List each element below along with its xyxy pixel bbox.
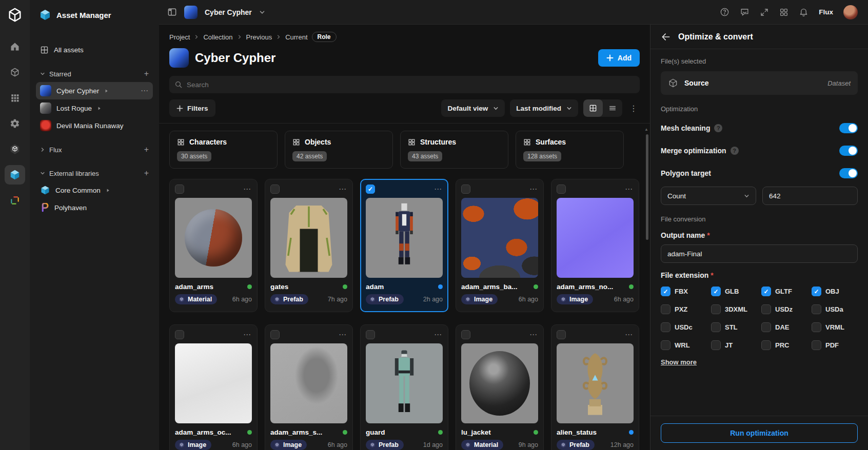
asset-card-adam-arms-normal[interactable]: ⋯ adam_arms_no... Image 6h ag <box>551 179 639 312</box>
scrollbar-up-arrow[interactable]: ▲ <box>644 127 648 132</box>
scrollbar-thumb[interactable] <box>646 134 648 240</box>
polygon-count-input[interactable] <box>762 187 858 205</box>
sort-select[interactable]: Last modified <box>510 99 578 117</box>
breadcrumb-item[interactable]: Current <box>285 33 307 41</box>
asset-menu-icon[interactable]: ⋯ <box>339 187 347 192</box>
asset-checkbox[interactable] <box>461 185 470 194</box>
extension-option-gltf[interactable]: GLTF <box>761 287 807 296</box>
category-card-structures[interactable]: Structures 43 assets <box>400 131 508 169</box>
sidebar-toggle-icon[interactable] <box>167 7 177 17</box>
run-optimization-button[interactable]: Run optimization <box>661 423 858 443</box>
workspace-chevron-down-icon[interactable] <box>259 9 265 15</box>
asset-card-gates[interactable]: ⋯ gates Prefab <box>265 179 353 312</box>
asset-checkbox[interactable] <box>175 185 184 194</box>
source-card[interactable]: Source Dataset <box>661 71 858 95</box>
asset-menu-icon[interactable]: ⋯ <box>434 187 443 192</box>
breadcrumb-item[interactable]: Previous <box>246 33 272 41</box>
list-view-button[interactable] <box>603 99 622 117</box>
asset-checkbox[interactable] <box>270 330 280 339</box>
extension-option-wrl[interactable]: WRL <box>661 340 707 350</box>
add-flux-icon[interactable]: + <box>144 146 149 154</box>
merge-optimization-toggle[interactable] <box>839 146 858 156</box>
asset-checkbox[interactable] <box>557 330 566 339</box>
asset-menu-icon[interactable]: ⋯ <box>625 187 634 192</box>
asset-checkbox[interactable] <box>366 330 375 339</box>
sidebar-section-external-libraries[interactable]: External libraries + <box>36 165 153 181</box>
asset-menu-icon[interactable]: ⋯ <box>339 332 347 337</box>
settings-gear-icon[interactable] <box>5 114 25 133</box>
extension-option-obj[interactable]: OBJ <box>812 287 858 296</box>
home-icon[interactable] <box>5 37 25 56</box>
extension-option-3dxml[interactable]: 3DXML <box>711 304 757 314</box>
sidebar-item-core-common[interactable]: Core Common <box>36 181 153 199</box>
extension-option-glb[interactable]: GLB <box>711 287 757 296</box>
help-circle-icon[interactable]: ? <box>714 124 722 132</box>
asset-card-adam[interactable]: ⋯ adam Prefab <box>360 179 448 312</box>
fullscreen-icon[interactable] <box>760 8 769 17</box>
extension-option-prc[interactable]: PRC <box>761 340 807 350</box>
assets-cube-icon[interactable] <box>5 63 25 82</box>
search-input[interactable] <box>187 81 635 89</box>
mesh-cleaning-toggle[interactable] <box>839 123 858 133</box>
user-avatar[interactable] <box>843 5 858 19</box>
help-icon[interactable] <box>720 7 729 17</box>
asset-menu-icon[interactable]: ⋯ <box>243 332 252 337</box>
asset-menu-icon[interactable]: ⋯ <box>625 332 634 337</box>
asset-checkbox[interactable] <box>270 185 280 194</box>
asset-card-adam-arms-basecolor[interactable]: ⋯ adam_arms_ba... Image 6h ag <box>456 179 544 312</box>
asset-menu-icon[interactable]: ⋯ <box>243 187 252 192</box>
asset-checkbox[interactable] <box>366 185 375 194</box>
unity-logo[interactable] <box>0 0 30 30</box>
asset-card-adam-arms-smoothness[interactable]: ⋯ adam_arms_s... Image 6h ago <box>265 324 353 450</box>
asset-checkbox[interactable] <box>461 330 470 339</box>
extension-option-vrml[interactable]: VRML <box>812 322 858 332</box>
sidebar-section-starred[interactable]: Starred + <box>36 66 153 82</box>
filters-button[interactable]: Filters <box>169 99 215 117</box>
add-starred-icon[interactable]: + <box>144 70 149 78</box>
chevron-right-icon[interactable] <box>97 106 102 111</box>
asset-manager-icon[interactable] <box>5 165 25 185</box>
extension-option-usdz[interactable]: USDz <box>761 304 807 314</box>
asset-menu-icon[interactable]: ⋯ <box>529 187 538 192</box>
polygon-target-toggle[interactable] <box>839 168 858 178</box>
chevron-right-icon[interactable] <box>106 188 110 193</box>
asset-card-alien-status[interactable]: ⋯ alien_status Prefab <box>551 324 639 450</box>
sidebar-item-lost-rogue[interactable]: Lost Rogue <box>36 99 153 117</box>
show-more-link[interactable]: Show more <box>661 358 697 366</box>
extension-option-jt[interactable]: JT <box>711 340 757 350</box>
category-card-surfaces[interactable]: Surfaces 128 assets <box>516 131 624 169</box>
sidebar-section-flux[interactable]: Flux + <box>36 141 153 158</box>
feedback-icon[interactable] <box>740 7 749 17</box>
category-card-objects[interactable]: Objects 42 assets <box>285 131 393 169</box>
breadcrumb-item[interactable]: Project <box>169 33 190 41</box>
apps-grid-icon[interactable] <box>5 88 25 108</box>
add-button[interactable]: Add <box>598 49 640 67</box>
item-menu-icon[interactable]: ⋯ <box>141 86 149 95</box>
extension-option-pdf[interactable]: PDF <box>812 340 858 350</box>
output-name-input[interactable] <box>661 244 858 263</box>
asset-menu-icon[interactable]: ⋯ <box>434 332 443 337</box>
sidebar-item-devil-mania[interactable]: Devil Mania Runaway <box>36 117 153 134</box>
extension-option-usda[interactable]: USDa <box>812 304 858 314</box>
back-arrow-icon[interactable] <box>661 32 671 42</box>
notifications-bell-icon[interactable] <box>799 7 808 17</box>
sidebar-item-cyber-cypher[interactable]: Cyber Cypher ⋯ <box>36 82 153 99</box>
asset-card-adam-arms[interactable]: ⋯ adam_arms Material 6h ago <box>169 179 258 312</box>
asset-card-lu-jacket[interactable]: ⋯ lu_jacket Material 9h ago <box>456 324 544 450</box>
version-control-icon[interactable] <box>5 191 25 210</box>
extension-option-fbx[interactable]: FBX <box>661 287 707 296</box>
breadcrumb-item[interactable]: Collection <box>203 33 232 41</box>
chevron-right-icon[interactable] <box>104 89 109 93</box>
asset-checkbox[interactable] <box>175 330 184 339</box>
polygon-metric-select[interactable]: Count <box>661 187 756 205</box>
sidebar-item-all-assets[interactable]: All assets <box>36 41 153 58</box>
extension-option-stl[interactable]: STL <box>711 322 757 332</box>
unity-hub-badge-icon[interactable] <box>5 139 25 159</box>
extension-option-usdc[interactable]: USDc <box>661 322 707 332</box>
extension-option-pxz[interactable]: PXZ <box>661 304 707 314</box>
add-library-icon[interactable]: + <box>144 169 149 177</box>
extension-option-dae[interactable]: DAE <box>761 322 807 332</box>
view-select[interactable]: Default view <box>441 99 505 117</box>
asset-card-guard[interactable]: ⋯ guard Prefab <box>360 324 448 450</box>
help-circle-icon[interactable]: ? <box>731 147 739 155</box>
